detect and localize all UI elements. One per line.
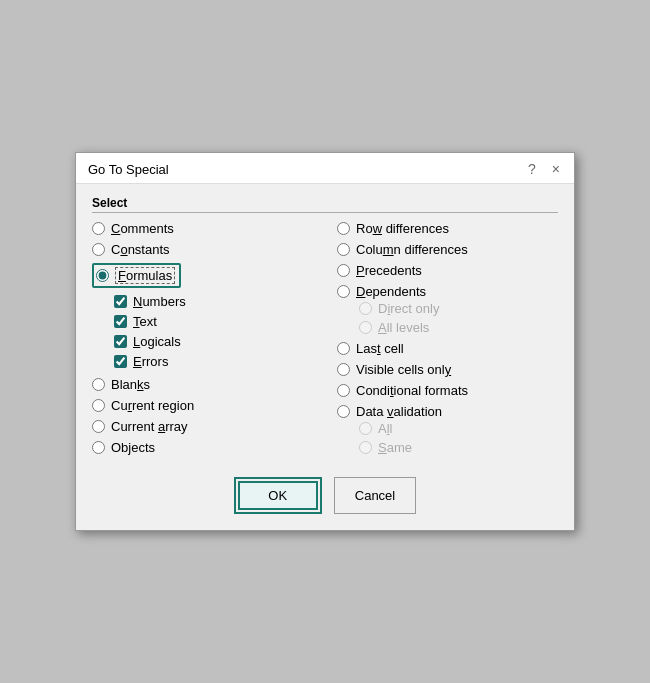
radio-item-dependents[interactable]: Dependents bbox=[337, 284, 558, 299]
label-same-val: Same bbox=[378, 440, 412, 455]
sub-radio-all-val: All bbox=[359, 421, 558, 436]
right-column: Row differences Column differences Prece… bbox=[329, 221, 558, 461]
label-errors: Errors bbox=[133, 354, 168, 369]
radio-item-visible-cells[interactable]: Visible cells only bbox=[337, 362, 558, 377]
radio-item-formulas[interactable]: Formulas bbox=[92, 263, 313, 292]
label-current-array: Current array bbox=[111, 419, 188, 434]
options-columns: Comments Constants Formulas bbox=[92, 221, 558, 461]
radio-same-val bbox=[359, 441, 372, 454]
radio-conditional-formats[interactable] bbox=[337, 384, 350, 397]
sub-radio-all-levels: All levels bbox=[359, 320, 558, 335]
checkbox-item-errors[interactable]: Errors bbox=[114, 354, 313, 369]
label-comments: Comments bbox=[111, 221, 174, 236]
sub-radio-same-val: Same bbox=[359, 440, 558, 455]
checkbox-item-text[interactable]: Text bbox=[114, 314, 313, 329]
radio-constants[interactable] bbox=[92, 243, 105, 256]
label-dependents: Dependents bbox=[356, 284, 426, 299]
radio-item-blanks[interactable]: Blanks bbox=[92, 377, 313, 392]
radio-item-row-diff[interactable]: Row differences bbox=[337, 221, 558, 236]
title-bar: Go To Special ? × bbox=[76, 153, 574, 184]
radio-item-current-region[interactable]: Current region bbox=[92, 398, 313, 413]
radio-row-diff[interactable] bbox=[337, 222, 350, 235]
radio-current-array[interactable] bbox=[92, 420, 105, 433]
label-all-levels: All levels bbox=[378, 320, 429, 335]
dialog-title: Go To Special bbox=[88, 162, 169, 177]
ok-button[interactable]: OK bbox=[238, 481, 318, 510]
label-last-cell: Last cell bbox=[356, 341, 404, 356]
label-conditional-formats: Conditional formats bbox=[356, 383, 468, 398]
label-data-validation: Data validation bbox=[356, 404, 442, 419]
label-current-region: Current region bbox=[111, 398, 194, 413]
label-objects: Objects bbox=[111, 440, 155, 455]
dialog-body: Select Comments Constants F bbox=[76, 184, 574, 530]
radio-item-objects[interactable]: Objects bbox=[92, 440, 313, 455]
radio-col-diff[interactable] bbox=[337, 243, 350, 256]
radio-all-val bbox=[359, 422, 372, 435]
radio-data-validation[interactable] bbox=[337, 405, 350, 418]
ok-button-wrapper: OK bbox=[234, 477, 322, 514]
radio-item-current-array[interactable]: Current array bbox=[92, 419, 313, 434]
radio-item-col-diff[interactable]: Column differences bbox=[337, 242, 558, 257]
cancel-button[interactable]: Cancel bbox=[334, 477, 416, 514]
radio-precedents[interactable] bbox=[337, 264, 350, 277]
left-column: Comments Constants Formulas bbox=[92, 221, 329, 461]
checkbox-item-logicals[interactable]: Logicals bbox=[114, 334, 313, 349]
radio-formulas[interactable] bbox=[96, 269, 109, 282]
checkbox-text[interactable] bbox=[114, 315, 127, 328]
label-numbers: Numbers bbox=[133, 294, 186, 309]
label-formulas: Formulas bbox=[115, 267, 175, 284]
radio-objects[interactable] bbox=[92, 441, 105, 454]
label-visible-cells: Visible cells only bbox=[356, 362, 451, 377]
checkbox-errors[interactable] bbox=[114, 355, 127, 368]
checkbox-logicals[interactable] bbox=[114, 335, 127, 348]
checkbox-item-numbers[interactable]: Numbers bbox=[114, 294, 313, 309]
label-direct-only: Direct only bbox=[378, 301, 439, 316]
label-constants: Constants bbox=[111, 242, 170, 257]
formulas-container: Formulas bbox=[92, 263, 181, 288]
help-button[interactable]: ? bbox=[526, 161, 538, 177]
radio-dependents[interactable] bbox=[337, 285, 350, 298]
go-to-special-dialog: Go To Special ? × Select Comments Consta… bbox=[75, 152, 575, 531]
radio-item-comments[interactable]: Comments bbox=[92, 221, 313, 236]
label-row-diff: Row differences bbox=[356, 221, 449, 236]
radio-direct-only bbox=[359, 302, 372, 315]
title-bar-buttons: ? × bbox=[526, 161, 562, 177]
button-row: OK Cancel bbox=[92, 477, 558, 514]
sub-radio-direct-only: Direct only bbox=[359, 301, 558, 316]
radio-item-conditional-formats[interactable]: Conditional formats bbox=[337, 383, 558, 398]
radio-blanks[interactable] bbox=[92, 378, 105, 391]
radio-current-region[interactable] bbox=[92, 399, 105, 412]
radio-item-last-cell[interactable]: Last cell bbox=[337, 341, 558, 356]
radio-item-constants[interactable]: Constants bbox=[92, 242, 313, 257]
radio-visible-cells[interactable] bbox=[337, 363, 350, 376]
checkbox-numbers[interactable] bbox=[114, 295, 127, 308]
select-label: Select bbox=[92, 196, 558, 213]
label-all-val: All bbox=[378, 421, 392, 436]
radio-all-levels bbox=[359, 321, 372, 334]
radio-comments[interactable] bbox=[92, 222, 105, 235]
label-blanks: Blanks bbox=[111, 377, 150, 392]
radio-last-cell[interactable] bbox=[337, 342, 350, 355]
radio-item-precedents[interactable]: Precedents bbox=[337, 263, 558, 278]
close-button[interactable]: × bbox=[550, 161, 562, 177]
label-logicals: Logicals bbox=[133, 334, 181, 349]
label-col-diff: Column differences bbox=[356, 242, 468, 257]
label-text: Text bbox=[133, 314, 157, 329]
label-precedents: Precedents bbox=[356, 263, 422, 278]
radio-item-data-validation[interactable]: Data validation bbox=[337, 404, 558, 419]
